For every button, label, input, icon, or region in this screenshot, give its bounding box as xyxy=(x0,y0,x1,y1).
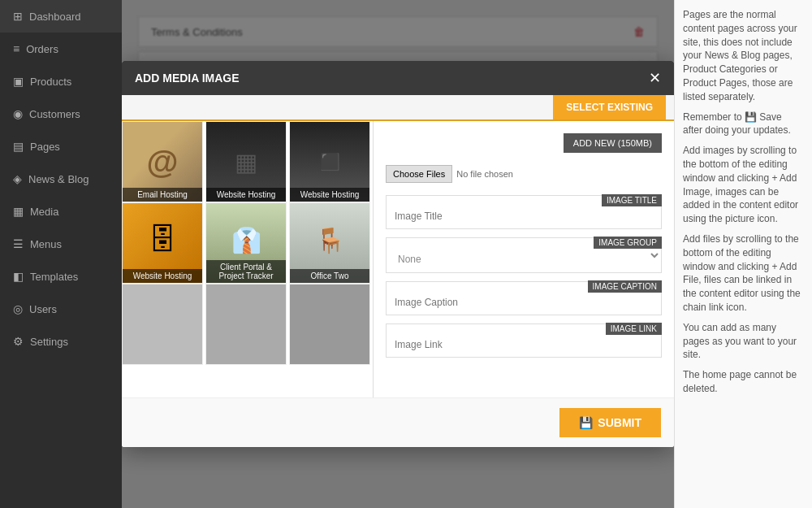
menus-icon: ☰ xyxy=(13,237,24,250)
image-thumb-email-hosting[interactable]: Email Hosting xyxy=(122,121,203,202)
pages-icon: ▤ xyxy=(13,140,24,153)
image-thumb-website-hosting-1[interactable]: Website Hosting xyxy=(205,121,287,202)
customers-icon: ◉ xyxy=(13,107,23,120)
modal-overlay: ADD MEDIA IMAGE ✕ SELECT EXISTING Email … xyxy=(122,0,674,508)
add-new-button[interactable]: ADD NEW (150MB) xyxy=(564,133,662,153)
sidebar-item-templates[interactable]: ◧ Templates xyxy=(0,260,122,293)
image-thumb-extra2[interactable] xyxy=(205,284,287,365)
products-icon: ▣ xyxy=(13,75,24,88)
sidebar-item-products[interactable]: ▣ Products xyxy=(0,65,122,98)
sidebar-item-menus[interactable]: ☰ Menus xyxy=(0,228,122,260)
image-group-badge: IMAGE GROUP xyxy=(594,237,662,249)
sidebar: ⊞ Dashboard ≡ Orders ▣ Products ◉ Custom… xyxy=(0,0,122,508)
add-media-image-modal: ADD MEDIA IMAGE ✕ SELECT EXISTING Email … xyxy=(122,61,674,447)
image-link-badge: IMAGE LINK xyxy=(606,323,662,335)
dashboard-icon: ⊞ xyxy=(13,10,23,23)
modal-title: ADD MEDIA IMAGE xyxy=(135,72,240,85)
sidebar-item-label: News & Blog xyxy=(28,173,89,185)
right-panel-text4: Add files by scrolling to the bottom of … xyxy=(683,232,804,315)
media-icon: ▦ xyxy=(13,205,24,218)
sidebar-item-dashboard[interactable]: ⊞ Dashboard xyxy=(0,0,122,33)
image-label: Client Portal & Project Tracker xyxy=(206,260,286,283)
sidebar-item-label: Customers xyxy=(29,108,80,120)
choose-file-button[interactable]: Choose Files xyxy=(386,165,452,183)
right-panel-text3: Add images by scrolling to the bottom of… xyxy=(683,144,804,226)
image-thumb-extra1[interactable] xyxy=(122,284,203,365)
sidebar-item-label: Orders xyxy=(26,43,58,55)
image-label: Website Hosting xyxy=(206,188,286,202)
sidebar-item-news-blog[interactable]: ◈ News & Blog xyxy=(0,163,122,195)
right-panel-text2: Remember to 💾 Save after doing your upda… xyxy=(683,111,804,138)
image-grid: Email Hosting Website Hosting Website Ho… xyxy=(122,121,373,365)
right-panel-text6: The home page cannot be deleted. xyxy=(683,368,804,396)
image-thumb-office-two[interactable]: Office Two xyxy=(289,202,370,284)
sidebar-item-label: Pages xyxy=(30,141,60,153)
sidebar-item-orders[interactable]: ≡ Orders xyxy=(0,33,122,65)
image-thumb-website-hosting-3[interactable]: Website Hosting xyxy=(122,202,203,284)
image-group-group: IMAGE GROUP None xyxy=(386,237,662,273)
settings-icon: ⚙ xyxy=(13,335,24,348)
sidebar-item-label: Settings xyxy=(30,336,68,348)
image-label: Email Hosting xyxy=(123,188,202,202)
image-caption-badge: IMAGE CAPTION xyxy=(588,280,662,293)
modal-header: ADD MEDIA IMAGE ✕ xyxy=(122,61,674,95)
image-thumb-client-portal[interactable]: Client Portal & Project Tracker xyxy=(205,202,287,284)
sidebar-item-pages[interactable]: ▤ Pages xyxy=(0,130,122,163)
tab-select-existing[interactable]: SELECT EXISTING xyxy=(553,95,666,119)
image-thumb-extra3[interactable] xyxy=(289,284,370,365)
image-thumb-website-hosting-2[interactable]: Website Hosting xyxy=(289,121,370,202)
right-panel: Pages are the normal content pages acros… xyxy=(674,0,812,508)
sidebar-item-label: Menus xyxy=(30,238,62,250)
orders-icon: ≡ xyxy=(13,42,19,55)
users-icon: ◎ xyxy=(13,302,23,315)
sidebar-item-media[interactable]: ▦ Media xyxy=(0,195,122,228)
main-content: Terms & Conditions 🗑 Acceptable Usage Po… xyxy=(122,0,674,508)
file-input-row: Choose Files No file chosen xyxy=(386,165,662,183)
image-selector-panel: Email Hosting Website Hosting Website Ho… xyxy=(122,121,374,397)
image-label: Office Two xyxy=(290,269,369,283)
templates-icon: ◧ xyxy=(13,270,24,283)
sidebar-item-label: Media xyxy=(30,206,58,218)
sidebar-item-customers[interactable]: ◉ Customers xyxy=(0,98,122,130)
modal-footer: 💾 SUBMIT xyxy=(122,397,674,447)
modal-body: Email Hosting Website Hosting Website Ho… xyxy=(122,121,674,397)
image-caption-group: IMAGE CAPTION xyxy=(386,281,662,315)
right-panel-text5: You can add as many pages as you want to… xyxy=(683,321,804,362)
image-link-group: IMAGE LINK xyxy=(386,323,662,358)
sidebar-item-settings[interactable]: ⚙ Settings xyxy=(0,325,122,358)
add-new-area: ADD NEW (150MB) xyxy=(386,133,662,157)
sidebar-item-label: Templates xyxy=(30,271,78,283)
sidebar-item-users[interactable]: ◎ Users xyxy=(0,293,122,325)
image-title-badge: IMAGE TITLE xyxy=(602,194,662,206)
image-label: Website Hosting xyxy=(123,269,202,283)
news-icon: ◈ xyxy=(13,172,22,185)
sidebar-item-label: Products xyxy=(30,76,71,88)
file-name-label: No file chosen xyxy=(456,169,513,179)
image-form-panel: ADD NEW (150MB) Choose Files No file cho… xyxy=(374,121,674,397)
submit-label: SUBMIT xyxy=(598,416,641,429)
submit-button[interactable]: 💾 SUBMIT xyxy=(559,408,661,437)
submit-icon: 💾 xyxy=(579,416,593,429)
image-title-group: IMAGE TITLE xyxy=(386,195,662,229)
image-label: Website Hosting xyxy=(290,188,369,202)
close-button[interactable]: ✕ xyxy=(649,71,661,85)
sidebar-item-label: Dashboard xyxy=(29,11,81,23)
right-panel-text1: Pages are the normal content pages acros… xyxy=(683,8,804,104)
sidebar-item-label: Users xyxy=(29,303,57,315)
modal-tabs: SELECT EXISTING xyxy=(122,95,674,121)
